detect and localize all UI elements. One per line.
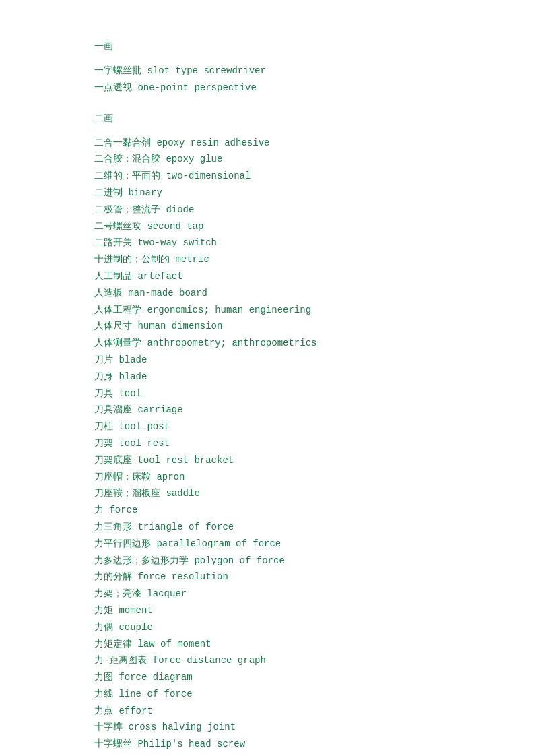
entry-english: one-point perspective <box>137 82 256 93</box>
entry-english: cross halving joint <box>128 722 236 732</box>
entry-chinese: 人体尺寸 <box>94 321 137 332</box>
list-item: 力 force <box>94 503 440 519</box>
section-section-er-hua: 二画二合一黏合剂 epoxy resin adhesive二合胶；混合胶 epo… <box>94 113 440 753</box>
entry-chinese: 力的分解 <box>94 571 137 582</box>
list-item: 刀身 blade <box>94 369 440 385</box>
entry-chinese: 力-距离图表 <box>94 655 153 666</box>
entry-english: force-distance graph <box>153 655 266 666</box>
list-item: 刀架 tool rest <box>94 436 440 452</box>
list-item: 力平行四边形 parallelogram of force <box>94 536 440 553</box>
entry-english: second tap <box>147 221 203 232</box>
entry-chinese: 力图 <box>94 672 119 683</box>
list-item: 力的分解 force resolution <box>94 569 440 586</box>
list-item: 十字榫 cross halving joint <box>94 720 440 736</box>
list-item: 一字螺丝批 slot type screwdriver <box>94 63 440 80</box>
entry-chinese: 刀座帽；床鞍 <box>94 472 156 482</box>
entry-english: force diagram <box>119 672 192 683</box>
list-item: 力架；亮漆 lacquer <box>94 586 440 602</box>
list-item: 力图 force diagram <box>94 670 440 686</box>
entry-english: lacquer <box>147 588 187 599</box>
list-item: 人体工程学 ergonomics; human engineering <box>94 303 440 319</box>
list-item: 刀座鞍；溜板座 saddle <box>94 486 440 502</box>
entry-english: parallelogram of force <box>156 538 281 549</box>
entry-chinese: 力矩定律 <box>94 639 137 650</box>
entry-chinese: 二合胶；混合胶 <box>94 154 166 164</box>
entry-chinese: 刀架 <box>94 438 119 449</box>
list-item: 二维的；平面的 two-dimensional <box>94 168 440 185</box>
entry-chinese: 二路开关 <box>94 237 137 248</box>
entry-english: slot type screwdriver <box>147 65 265 76</box>
entry-english: couple <box>119 622 152 633</box>
list-item: 二进制 binary <box>94 185 440 201</box>
entry-english: tool <box>119 388 141 399</box>
entry-english: force resolution <box>137 571 228 582</box>
entry-chinese: 刀身 <box>94 371 119 382</box>
entry-english: apron <box>156 472 185 482</box>
list-item: 一点透视 one-point perspective <box>94 80 440 96</box>
entry-chinese: 力架；亮漆 <box>94 588 147 599</box>
list-item: 力偶 couple <box>94 620 440 636</box>
entry-chinese: 刀具溜座 <box>94 404 137 415</box>
list-item: 刀具溜座 carriage <box>94 402 440 418</box>
entry-english: diode <box>166 204 194 215</box>
entry-english: Philip's head screw <box>137 738 245 749</box>
entry-english: ergonomics; human engineering <box>147 305 311 315</box>
entry-chinese: 刀具 <box>94 388 119 399</box>
list-item: 刀片 blade <box>94 352 440 369</box>
entry-chinese: 力三角形 <box>94 522 137 532</box>
entry-chinese: 十字螺丝 <box>94 738 137 749</box>
entry-english: binary <box>128 187 162 198</box>
list-item: 二合一黏合剂 epoxy resin adhesive <box>94 135 440 152</box>
entry-chinese: 力平行四边形 <box>94 538 156 549</box>
list-item: 二路开关 two-way switch <box>94 235 440 251</box>
entry-english: triangle of force <box>137 522 234 532</box>
entry-english: polygon of force <box>194 555 284 566</box>
list-item: 人体测量学 anthropometry; anthropometrics <box>94 336 440 352</box>
entry-english: two-dimensional <box>166 170 251 181</box>
entry-chinese: 刀柱 <box>94 421 119 432</box>
list-item: 力点 effort <box>94 703 440 720</box>
list-item: 力三角形 triangle of force <box>94 519 440 536</box>
list-item: 刀柱 tool post <box>94 419 440 435</box>
entry-english: metric <box>175 254 209 265</box>
entry-chinese: 刀架底座 <box>94 455 137 466</box>
entry-english: moment <box>119 605 152 616</box>
list-item: 力矩定律 law of moment <box>94 637 440 653</box>
list-item: 力线 line of force <box>94 687 440 703</box>
entry-chinese: 人体测量学 <box>94 338 147 348</box>
list-item: 力-距离图表 force-distance graph <box>94 653 440 669</box>
entry-english: artefact <box>137 271 182 282</box>
entry-chinese: 十字榫 <box>94 722 128 732</box>
entry-chinese: 十进制的；公制的 <box>94 254 175 265</box>
list-item: 力多边形；多边形力学 polygon of force <box>94 553 440 569</box>
entry-chinese: 人工制品 <box>94 271 137 282</box>
entry-english: tool post <box>119 421 170 432</box>
list-item: 人工制品 artefact <box>94 269 440 285</box>
list-item: 人造板 man-made board <box>94 286 440 302</box>
entry-chinese: 人体工程学 <box>94 305 147 315</box>
entry-english: effort <box>119 705 152 716</box>
entry-english: force <box>109 505 137 515</box>
entry-english: line of force <box>119 689 192 699</box>
entry-chinese: 力 <box>94 505 109 515</box>
entry-english: saddle <box>166 488 199 499</box>
entry-english: human dimension <box>137 321 222 332</box>
entry-english: carriage <box>137 404 182 415</box>
list-item: 刀具 tool <box>94 386 440 402</box>
entry-chinese: 刀座鞍；溜板座 <box>94 488 166 499</box>
entry-english: blade <box>119 354 147 365</box>
list-item: 十字螺丝 Philip's head screw <box>94 736 440 753</box>
entry-english: man-made board <box>128 288 207 298</box>
entry-english: anthropometry; anthropometrics <box>147 338 316 348</box>
entry-chinese: 一点透视 <box>94 82 137 93</box>
list-item: 人体尺寸 human dimension <box>94 319 440 335</box>
entry-english: tool rest <box>119 438 170 449</box>
section-header: 二画 <box>94 113 440 125</box>
entry-english: law of moment <box>137 639 211 650</box>
entry-chinese: 力线 <box>94 689 119 699</box>
list-item: 刀架底座 tool rest bracket <box>94 453 440 469</box>
list-item: 二极管；整流子 diode <box>94 202 440 218</box>
entry-chinese: 力矩 <box>94 605 119 616</box>
list-item: 刀座帽；床鞍 apron <box>94 470 440 486</box>
entry-english: tool rest bracket <box>137 455 234 466</box>
